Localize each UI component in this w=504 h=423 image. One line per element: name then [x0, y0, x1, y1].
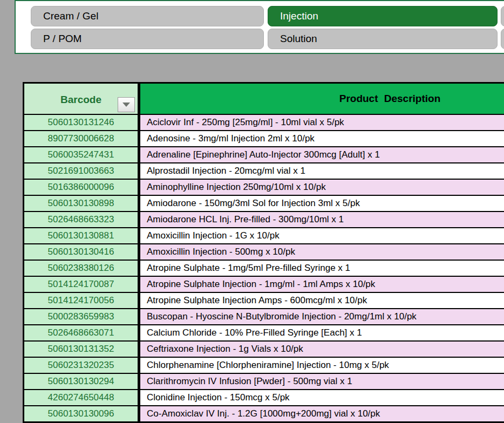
barcode-column-header: Barcode: [24, 84, 138, 114]
description-cell[interactable]: Chlorphenamine [Chlorpheniramine] Inject…: [140, 358, 504, 373]
description-cell[interactable]: Adenosine - 3mg/ml Injection 2ml x 10/pk: [140, 131, 504, 146]
description-cell[interactable]: Aminophylline Injection 250mg/10ml x 10/…: [140, 180, 504, 195]
barcode-header-label: Barcode: [60, 94, 101, 106]
description-cell[interactable]: Alprostadil Injection - 20mcg/ml vial x …: [140, 163, 504, 179]
barcode-cell[interactable]: 5021691003663: [24, 163, 138, 179]
barcode-cell[interactable]: 5060130130294: [24, 374, 138, 389]
description-cell[interactable]: Clarithromycin IV Infusion [Pwder] - 500…: [140, 374, 504, 389]
barcode-cell[interactable]: 5060035247431: [24, 147, 138, 162]
barcode-cell[interactable]: 5060130130416: [24, 244, 138, 260]
slicer-button-injection[interactable]: Injection: [268, 6, 498, 26]
description-cell[interactable]: Adrenaline [Epinephrine] Auto-Injector 3…: [140, 147, 504, 162]
description-cell[interactable]: Buscopan - Hyoscine N-Butylbromide Injec…: [140, 309, 504, 324]
description-cell[interactable]: Clonidine Injection - 150mcg x 5/pk: [140, 390, 504, 405]
description-cell[interactable]: Ceftriaxone Injection - 1g Vials x 10/pk: [140, 342, 504, 357]
filter-dropdown-icon: [122, 103, 130, 107]
description-cell[interactable]: Amoxicillin Injection - 1G x 10/pk: [140, 228, 504, 243]
barcode-cell[interactable]: 5026468663071: [24, 325, 138, 340]
description-cell[interactable]: Aciclovir Inf - 250mg [25mg/ml] - 10ml v…: [140, 115, 504, 130]
barcode-cell[interactable]: 4260274650448: [24, 390, 138, 405]
description-cell[interactable]: Co-Amoxiclav IV Inj. - 1.2G [1000mg+200m…: [140, 406, 504, 421]
barcode-cell[interactable]: 5014124170087: [24, 277, 138, 292]
description-cell[interactable]: Atropine Sulphate - 1mg/5ml Pre-filled S…: [140, 261, 504, 276]
slicer-button-partial-top[interactable]: [501, 6, 504, 26]
barcode-cell[interactable]: 5060130130096: [24, 406, 138, 421]
slicer-button-partial-bottom[interactable]: [501, 29, 504, 49]
description-cell[interactable]: Atropine Sulphate Injection Amps - 600mc…: [140, 293, 504, 308]
barcode-filter-button[interactable]: [118, 97, 135, 112]
barcode-cell[interactable]: 5060130131352: [24, 342, 138, 357]
description-cell[interactable]: Amoxicillin Injection - 500mg x 10/pk: [140, 244, 504, 260]
barcode-cell[interactable]: 5060130130898: [24, 196, 138, 211]
description-column-header: Product Description: [140, 84, 504, 114]
barcode-cell[interactable]: 5060130130881: [24, 228, 138, 243]
slicer-button-cream-gel[interactable]: Cream / Gel: [31, 6, 264, 26]
description-header-label: Product Description: [339, 93, 441, 105]
barcode-cell[interactable]: 5016386000096: [24, 180, 138, 195]
barcode-cell[interactable]: 5060238380126: [24, 261, 138, 276]
slicer-panel: Cream / Gel Injection P / POM Solution: [15, 0, 504, 54]
barcode-cell[interactable]: 5000283659983: [24, 309, 138, 324]
barcode-cell[interactable]: 5026468663323: [24, 212, 138, 227]
product-table: Barcode Product Description 506013013124…: [23, 82, 504, 423]
slicer-button-p-pom[interactable]: P / POM: [31, 29, 264, 49]
barcode-cell[interactable]: 5060231320235: [24, 358, 138, 373]
barcode-cell[interactable]: 5014124170056: [24, 293, 138, 308]
barcode-cell[interactable]: 5060130131246: [24, 115, 138, 130]
description-cell[interactable]: Amiodarone HCL Inj. Pre-filled - 300mg/1…: [140, 212, 504, 227]
slicer-button-solution[interactable]: Solution: [268, 29, 498, 49]
barcode-cell[interactable]: 8907730006628: [24, 131, 138, 146]
description-cell[interactable]: Atropine Sulphate Injection - 1mg/ml - 1…: [140, 277, 504, 292]
description-cell[interactable]: Calcium Chloride - 10% Pre-Filled Syring…: [140, 325, 504, 340]
description-cell[interactable]: Amiodarone - 150mg/3ml Sol for Injection…: [140, 196, 504, 211]
